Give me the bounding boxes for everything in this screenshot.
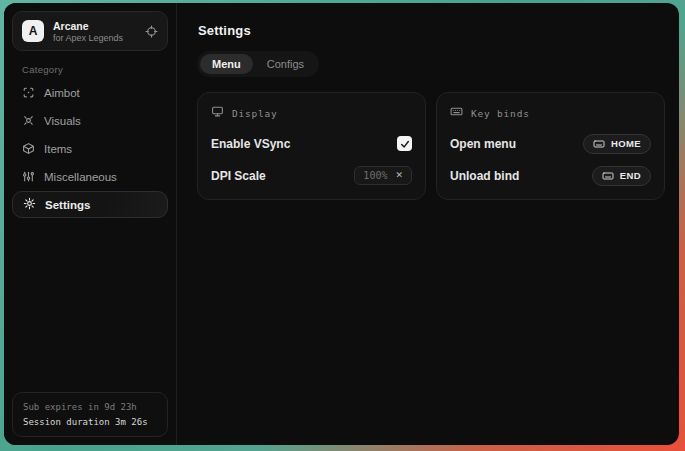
keyboard-icon [602, 170, 614, 182]
keyboard-icon [450, 104, 463, 122]
keybind-value: HOME [611, 138, 641, 149]
logo-card: A Arcane for Apex Legends [12, 11, 168, 51]
settings-cards: Display Enable VSync DPI Scale 100% ✕ [197, 92, 665, 200]
sidebar-item-miscellaneous[interactable]: Miscellaneous [4, 163, 176, 191]
dpi-scale-input[interactable]: 100% ✕ [354, 166, 412, 185]
items-box-icon [22, 142, 35, 157]
sidebar-item-label: Visuals [44, 115, 81, 127]
sidebar-item-label: Aimbot [44, 87, 80, 99]
main-content: Settings Menu Configs Display Enable VSy… [178, 3, 679, 445]
card-title: Display [232, 108, 278, 119]
setting-label: Enable VSync [211, 137, 290, 151]
display-card-header: Display [211, 104, 412, 122]
keybind-value: END [620, 170, 641, 181]
sub-expiry-text: Sub expires in 9d 23h [23, 400, 157, 414]
aimbot-target-icon [22, 86, 35, 101]
setting-row-dpi-scale: DPI Scale 100% ✕ [211, 165, 412, 186]
sidebar: A Arcane for Apex Legends Category [4, 3, 177, 445]
setting-label: DPI Scale [211, 169, 266, 183]
app-window: A Arcane for Apex Legends Category [4, 3, 679, 445]
tab-menu[interactable]: Menu [200, 54, 253, 74]
crosshair-icon[interactable] [145, 25, 158, 38]
app-subtitle: for Apex Legends [53, 33, 123, 43]
clear-icon[interactable]: ✕ [395, 171, 403, 180]
app-name: Arcane [53, 20, 123, 32]
sidebar-item-label: Items [44, 143, 72, 155]
sliders-icon [22, 170, 35, 185]
category-label: Category [22, 64, 176, 75]
gear-icon [23, 197, 36, 212]
sidebar-item-visuals[interactable]: Visuals [4, 107, 176, 135]
keybinds-card: Key binds Open menu HOME Unload bind [436, 92, 665, 200]
vsync-checkbox[interactable] [397, 136, 412, 151]
visuals-scan-icon [22, 114, 35, 129]
tab-bar: Menu Configs [197, 51, 319, 77]
card-title: Key binds [471, 108, 530, 119]
sidebar-item-settings[interactable]: Settings [12, 191, 168, 218]
sidebar-item-items[interactable]: Items [4, 135, 176, 163]
sidebar-nav: Aimbot Visuals Items [4, 79, 176, 218]
keyboard-icon [593, 138, 605, 150]
app-logo: A [22, 20, 44, 42]
setting-label: Open menu [450, 137, 516, 151]
setting-row-unload-bind: Unload bind END [450, 165, 651, 186]
session-duration-text: Session duration 3m 26s [23, 415, 157, 429]
display-card: Display Enable VSync DPI Scale 100% ✕ [197, 92, 426, 200]
sidebar-item-label: Settings [45, 199, 90, 211]
keybinds-card-header: Key binds [450, 104, 651, 122]
tab-configs[interactable]: Configs [255, 54, 316, 74]
setting-label: Unload bind [450, 169, 519, 183]
sidebar-item-label: Miscellaneous [44, 171, 117, 183]
session-info-card: Sub expires in 9d 23h Session duration 3… [12, 392, 168, 437]
setting-row-enable-vsync: Enable VSync [211, 133, 412, 154]
setting-row-open-menu: Open menu HOME [450, 133, 651, 154]
sidebar-item-aimbot[interactable]: Aimbot [4, 79, 176, 107]
dpi-scale-value: 100% [363, 170, 387, 181]
app-identity: Arcane for Apex Legends [53, 20, 123, 43]
page-title: Settings [198, 23, 665, 38]
open-menu-keybind-button[interactable]: HOME [583, 134, 651, 154]
unload-keybind-button[interactable]: END [592, 166, 651, 186]
check-icon [400, 139, 410, 149]
monitor-icon [211, 104, 224, 122]
